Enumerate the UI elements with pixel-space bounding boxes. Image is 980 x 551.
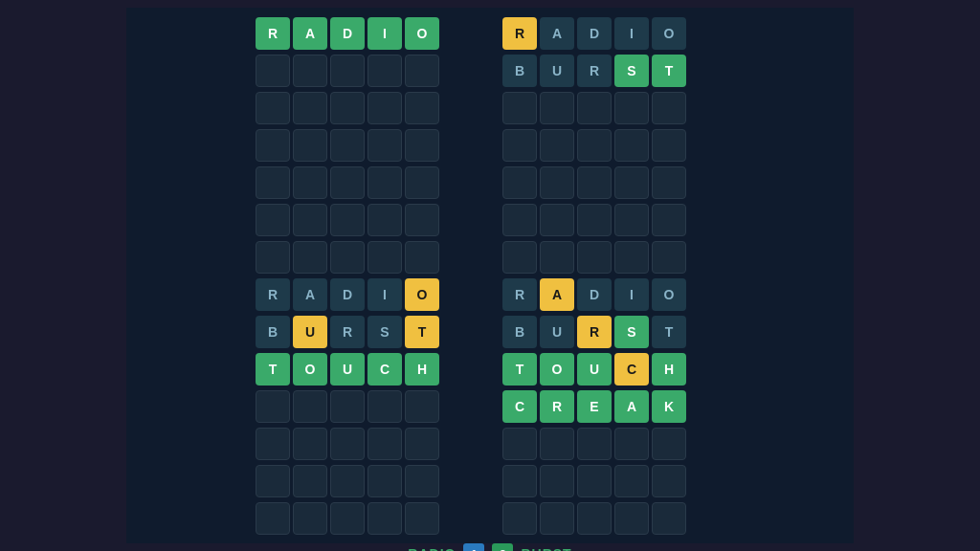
- grid-1-row-8: BURST: [256, 316, 478, 350]
- cell-1-11-1: [293, 428, 327, 460]
- cell-1-5-2: [330, 204, 365, 236]
- cell-2-3-2: [577, 129, 612, 162]
- cell-1-6-3: [368, 241, 402, 274]
- cell-2-1-0: B: [502, 55, 537, 87]
- cell-2-10-3: A: [614, 390, 649, 423]
- cell-2-5-3: [614, 204, 649, 236]
- grid-1-row-6: [256, 241, 478, 276]
- cell-1-3-4: [405, 129, 439, 162]
- grid-2-row-5: [502, 204, 724, 238]
- cell-1-3-1: [293, 129, 327, 162]
- cell-1-13-0: [256, 502, 290, 535]
- cell-2-0-4: O: [652, 17, 686, 50]
- badge-2: 2: [492, 543, 513, 551]
- cell-1-9-1: O: [293, 353, 327, 386]
- cell-2-10-4: K: [652, 390, 686, 423]
- grid-2-row-2: [502, 92, 724, 126]
- cell-2-4-4: [652, 166, 686, 199]
- cell-2-7-3: I: [614, 278, 649, 311]
- grid-2-row-11: [502, 428, 724, 462]
- cell-2-11-4: [652, 428, 686, 460]
- cell-2-4-1: [540, 166, 574, 199]
- cell-1-0-0: R: [256, 17, 290, 50]
- grid-2-row-6: [502, 241, 724, 276]
- cell-2-0-0: R: [502, 17, 537, 50]
- grid-2-row-0: RADIO: [502, 17, 724, 52]
- cell-2-2-4: [652, 92, 686, 124]
- cell-1-13-3: [368, 502, 402, 535]
- cell-2-7-0: R: [502, 278, 537, 311]
- cell-1-7-0: R: [256, 278, 290, 311]
- cell-1-3-0: [256, 129, 290, 162]
- cell-1-4-4: [405, 166, 439, 199]
- cell-1-6-4: [405, 241, 439, 274]
- cell-1-7-3: I: [368, 278, 402, 311]
- cell-1-4-2: [330, 166, 365, 199]
- cell-2-2-1: [540, 92, 574, 124]
- grids-area: RADIORADIOBURSTTOUCH RADIOBURSTRADIOBURS…: [126, 17, 854, 540]
- cell-1-12-1: [293, 465, 327, 497]
- grid-panel-2: RADIOBURSTRADIOBURSTTOUCHCREAK: [499, 17, 728, 540]
- cell-2-8-0: B: [502, 316, 537, 348]
- cell-2-11-0: [502, 428, 537, 460]
- cell-2-6-0: [502, 241, 537, 274]
- cell-2-8-2: R: [577, 316, 612, 348]
- cell-1-3-2: [330, 129, 365, 162]
- cell-1-6-1: [293, 241, 327, 274]
- bottom-bar: RADIO 1 2 BURST TOUCH 3 4 CREAK: [405, 543, 574, 551]
- grid-panel-1: RADIORADIOBURSTTOUCH: [252, 17, 481, 540]
- grid-1-row-10: [256, 390, 478, 425]
- cell-1-11-3: [368, 428, 402, 460]
- cell-2-11-3: [614, 428, 649, 460]
- cell-2-12-2: [577, 465, 612, 497]
- grid-1-row-7: RADIO: [256, 278, 478, 313]
- cell-2-4-2: [577, 166, 612, 199]
- cell-1-6-2: [330, 241, 365, 274]
- cell-2-2-0: [502, 92, 537, 124]
- cell-2-13-3: [614, 502, 649, 535]
- cell-1-12-3: [368, 465, 402, 497]
- cell-2-4-0: [502, 166, 537, 199]
- cell-2-3-1: [540, 129, 574, 162]
- cell-2-11-1: [540, 428, 574, 460]
- cell-2-6-1: [540, 241, 574, 274]
- cell-1-9-2: U: [330, 353, 365, 386]
- grid-2-row-13: [502, 502, 724, 537]
- cell-1-7-1: A: [293, 278, 327, 311]
- cell-2-9-0: T: [502, 353, 537, 386]
- grid-2-row-10: CREAK: [502, 390, 724, 425]
- cell-1-8-0: B: [256, 316, 290, 348]
- cell-2-0-2: D: [577, 17, 612, 50]
- cell-1-12-0: [256, 465, 290, 497]
- cell-1-9-3: C: [368, 353, 402, 386]
- cell-1-2-4: [405, 92, 439, 124]
- cell-1-0-2: D: [330, 17, 365, 50]
- cell-2-1-4: T: [652, 55, 686, 87]
- grid-1-row-13: [256, 502, 478, 537]
- cell-2-6-2: [577, 241, 612, 274]
- cell-2-13-1: [540, 502, 574, 535]
- cell-1-2-3: [368, 92, 402, 124]
- grid-1-row-3: [256, 129, 478, 164]
- cell-1-9-0: T: [256, 353, 290, 386]
- cell-1-11-2: [330, 428, 365, 460]
- cell-1-7-2: D: [330, 278, 365, 311]
- cell-1-1-2: [330, 55, 365, 87]
- cell-2-8-3: S: [614, 316, 649, 348]
- cell-1-8-3: S: [368, 316, 402, 348]
- cell-1-10-0: [256, 390, 290, 423]
- cell-2-9-2: U: [577, 353, 612, 386]
- cell-2-0-1: A: [540, 17, 574, 50]
- cell-1-5-0: [256, 204, 290, 236]
- cell-1-8-4: T: [405, 316, 439, 348]
- cell-1-1-0: [256, 55, 290, 87]
- grid-1-row-9: TOUCH: [256, 353, 478, 387]
- word-link-burst[interactable]: BURST: [521, 546, 571, 551]
- cell-1-10-1: [293, 390, 327, 423]
- word-link-radio[interactable]: RADIO: [408, 546, 456, 551]
- cell-1-4-3: [368, 166, 402, 199]
- badge-1: 1: [463, 543, 484, 551]
- cell-2-9-4: H: [652, 353, 686, 386]
- grid-2-row-1: BURST: [502, 55, 724, 89]
- cell-2-10-2: E: [577, 390, 612, 423]
